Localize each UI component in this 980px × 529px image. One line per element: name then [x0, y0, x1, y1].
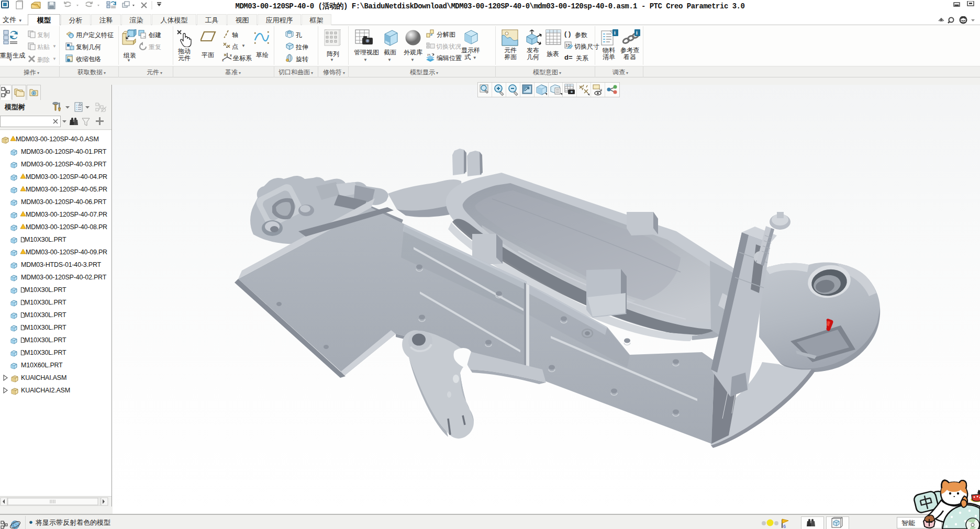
svg-text:yx: yx	[427, 53, 430, 56]
svg-text:d=: d=	[564, 53, 573, 61]
svg-text:( ): ( )	[564, 30, 571, 38]
svg-text:z: z	[222, 58, 224, 62]
svg-text:i: i	[636, 30, 638, 36]
svg-text:i: i	[614, 30, 616, 36]
svg-text:x: x	[230, 53, 232, 57]
svg-text:6: 6	[783, 524, 786, 529]
